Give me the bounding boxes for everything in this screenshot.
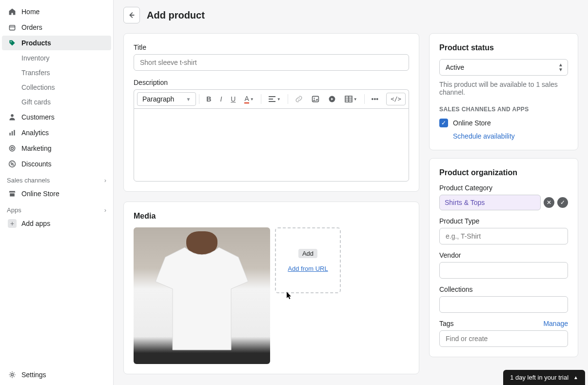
more-button[interactable]: ••• — [368, 92, 383, 106]
nav-home[interactable]: Home — [2, 4, 111, 19]
category-input[interactable]: Shirts & Tops — [439, 195, 541, 210]
close-icon: ✕ — [547, 199, 551, 206]
org-heading: Product organization — [439, 168, 568, 177]
manage-tags-link[interactable]: Manage — [543, 320, 568, 327]
gear-icon — [8, 370, 17, 379]
analytics-icon — [8, 128, 17, 137]
link-button[interactable] — [291, 92, 307, 106]
media-heading: Media — [134, 212, 409, 221]
svg-point-2 — [11, 114, 14, 117]
media-add-zone[interactable]: Add Add from URL — [275, 227, 341, 293]
page-header: Add product — [114, 0, 588, 23]
nav-online-store[interactable]: Online Store — [2, 186, 111, 201]
nav-collections[interactable]: Collections — [2, 81, 111, 94]
description-label: Description — [134, 79, 409, 86]
nav-orders[interactable]: Orders — [2, 20, 111, 35]
status-heading: Product status — [439, 43, 568, 52]
vendor-label: Vendor — [439, 251, 568, 259]
title-label: Title — [134, 43, 409, 51]
table-button[interactable]: ▼ — [341, 93, 361, 105]
nav-customers[interactable]: Customers — [2, 110, 111, 124]
italic-button[interactable]: I — [216, 92, 226, 106]
nav-label: Products — [21, 39, 51, 47]
svg-point-9 — [11, 162, 12, 163]
target-icon — [8, 144, 17, 153]
nav-inventory[interactable]: Inventory — [2, 51, 111, 65]
collections-label: Collections — [439, 285, 568, 293]
nav-transfers[interactable]: Transfers — [2, 66, 111, 80]
nav-label: Add apps — [21, 220, 50, 227]
arrow-left-icon — [127, 11, 136, 20]
sales-channels-header[interactable]: Sales channels › — [0, 172, 113, 186]
collections-input[interactable] — [439, 296, 568, 313]
nav-label: Online Store — [21, 190, 59, 198]
description-editor[interactable] — [134, 108, 409, 182]
nav-label: Customers — [21, 113, 55, 121]
back-button[interactable] — [123, 7, 140, 23]
format-dropdown[interactable]: Paragraph ▼ — [137, 92, 196, 106]
store-icon — [8, 189, 17, 198]
svg-point-13 — [314, 98, 314, 99]
discount-icon — [8, 160, 17, 168]
svg-point-7 — [11, 147, 14, 150]
nav-label: Gift cards — [21, 98, 51, 106]
tags-input[interactable] — [439, 330, 568, 347]
plus-icon: + — [8, 219, 17, 228]
tags-label: Tags — [439, 320, 454, 327]
person-icon — [8, 113, 17, 122]
underline-button[interactable]: U — [227, 92, 239, 106]
code-view-button[interactable]: </> — [386, 93, 406, 105]
type-input[interactable] — [439, 228, 568, 244]
orders-icon — [8, 23, 17, 32]
schedule-link[interactable]: Schedule availability — [453, 132, 568, 140]
channel-label: Online Store — [453, 119, 491, 127]
vendor-input[interactable] — [439, 262, 568, 279]
trial-text: 1 day left in your trial — [510, 374, 568, 381]
nav-analytics[interactable]: Analytics — [2, 125, 111, 140]
media-thumbnail[interactable] — [134, 227, 270, 364]
nav-label: Inventory — [21, 54, 50, 62]
chevron-right-icon: › — [104, 206, 106, 214]
svg-rect-4 — [12, 131, 13, 136]
trial-banner[interactable]: 1 day left in your trial ▲ — [503, 370, 585, 385]
page-title: Add product — [147, 10, 205, 21]
nav-discounts[interactable]: Discounts — [2, 157, 111, 171]
svg-rect-0 — [9, 25, 15, 30]
status-select[interactable]: Active — [439, 59, 568, 76]
checkbox-checked-icon[interactable]: ✓ — [439, 119, 448, 127]
title-input[interactable] — [134, 54, 409, 71]
media-card: Media Add Add from URL — [123, 202, 419, 374]
chevron-right-icon: › — [104, 177, 106, 184]
nav-label: Transfers — [21, 69, 50, 77]
image-button[interactable] — [308, 92, 323, 106]
nav-label: Analytics — [21, 129, 49, 137]
category-confirm-button[interactable]: ✓ — [557, 197, 568, 208]
rte-toolbar: Paragraph ▼ B I U A▼ ▼ ▼ ••• — [134, 89, 409, 108]
nav-label: Discounts — [21, 160, 51, 168]
nav-add-apps[interactable]: + Add apps — [2, 216, 111, 231]
svg-point-6 — [9, 145, 15, 151]
nav-giftcards[interactable]: Gift cards — [2, 95, 111, 109]
bold-button[interactable]: B — [202, 92, 215, 106]
add-from-url-link[interactable]: Add from URL — [288, 265, 328, 272]
main-content: Add product Title Description Paragraph … — [113, 0, 588, 385]
svg-point-10 — [13, 164, 14, 165]
home-icon — [8, 7, 17, 16]
align-button[interactable]: ▼ — [264, 93, 285, 105]
svg-rect-5 — [14, 130, 15, 135]
type-label: Product Type — [439, 217, 568, 225]
add-media-button[interactable]: Add — [298, 249, 317, 258]
nav-label: Collections — [21, 83, 55, 91]
category-clear-button[interactable]: ✕ — [544, 197, 554, 208]
title-card: Title Description Paragraph ▼ B I U A▼ ▼ — [123, 33, 419, 192]
text-color-button[interactable]: A▼ — [240, 92, 257, 106]
apps-header[interactable]: Apps › — [0, 202, 113, 216]
nav-settings[interactable]: Settings — [2, 367, 111, 382]
nav-marketing[interactable]: Marketing — [2, 141, 111, 156]
video-button[interactable] — [324, 92, 340, 106]
tag-icon — [8, 39, 17, 47]
svg-rect-12 — [312, 96, 318, 101]
status-card: Product status Active ▲▼ This product wi… — [429, 33, 578, 150]
nav-products[interactable]: Products — [2, 36, 111, 50]
channel-row[interactable]: ✓ Online Store — [439, 119, 568, 127]
